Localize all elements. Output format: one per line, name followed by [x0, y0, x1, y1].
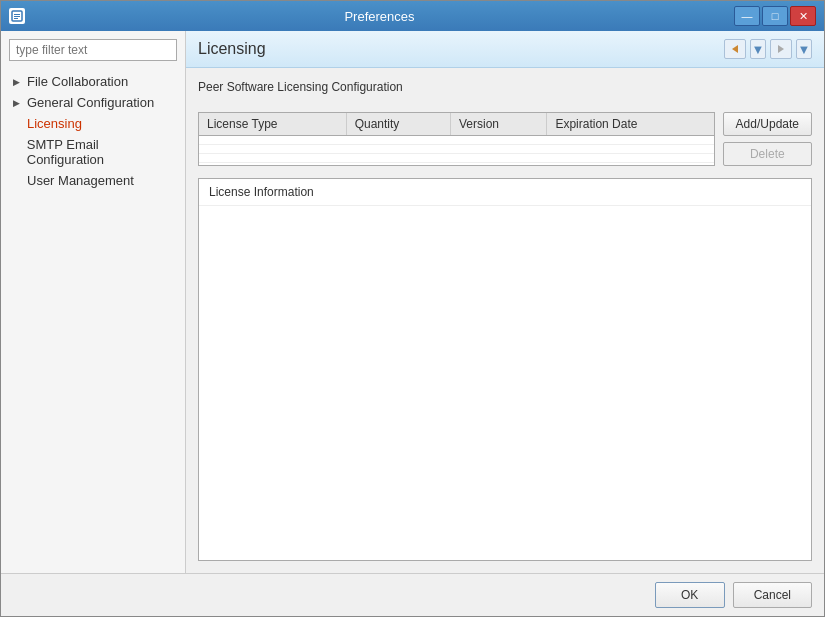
delete-button[interactable]: Delete	[723, 142, 812, 166]
cell-expiration	[547, 136, 714, 145]
bottom-bar: OK Cancel	[1, 573, 824, 616]
cell-version	[450, 136, 546, 145]
title-bar: Preferences — □ ✕	[1, 1, 824, 31]
sidebar-item-general-configuration[interactable]: ▶ General Configuration	[1, 92, 185, 113]
cell-license-type	[199, 154, 346, 163]
table-actions: Add/Update Delete	[723, 112, 812, 166]
license-table: License Type Quantity Version Expiration…	[199, 113, 714, 163]
nav-back-dropdown-button[interactable]: ▼	[750, 39, 766, 59]
svg-rect-2	[14, 16, 20, 17]
sidebar-item-label: SMTP Email Configuration	[27, 137, 177, 167]
col-license-type: License Type	[199, 113, 346, 136]
expand-icon: ▶	[9, 75, 23, 89]
table-row[interactable]	[199, 145, 714, 154]
add-update-button[interactable]: Add/Update	[723, 112, 812, 136]
svg-marker-5	[778, 45, 784, 53]
panel-header: Licensing ▼	[186, 31, 824, 68]
panel-title: Licensing	[198, 40, 266, 58]
nav-back-button[interactable]	[724, 39, 746, 59]
svg-rect-1	[14, 14, 20, 15]
sidebar-item-licensing[interactable]: Licensing	[1, 113, 185, 134]
cell-quantity	[346, 145, 450, 154]
sidebar-item-label: Licensing	[27, 116, 82, 131]
cell-quantity	[346, 154, 450, 163]
expand-icon	[9, 145, 23, 159]
nav-forward-button[interactable]	[770, 39, 792, 59]
cell-quantity	[346, 136, 450, 145]
col-version: Version	[450, 113, 546, 136]
dropdown-arrow-icon: ▼	[752, 42, 765, 57]
col-quantity: Quantity	[346, 113, 450, 136]
cancel-button[interactable]: Cancel	[733, 582, 812, 608]
svg-marker-4	[732, 45, 738, 53]
expand-icon	[9, 174, 23, 188]
sidebar-item-user-management[interactable]: User Management	[1, 170, 185, 191]
table-row[interactable]	[199, 136, 714, 145]
sidebar-item-smtp-email[interactable]: SMTP Email Configuration	[1, 134, 185, 170]
table-section: License Type Quantity Version Expiration…	[198, 112, 812, 166]
main-content: ▶ File Collaboration ▶ General Configura…	[1, 31, 824, 573]
filter-input[interactable]	[9, 39, 177, 61]
panel-body: Peer Software Licensing Configuration Li…	[186, 68, 824, 573]
cell-expiration	[547, 145, 714, 154]
window-icon	[9, 8, 25, 24]
license-info-label: License Information	[199, 179, 811, 206]
license-info-content	[199, 206, 811, 560]
table-row[interactable]	[199, 154, 714, 163]
minimize-button[interactable]: —	[734, 6, 760, 26]
license-table-container: License Type Quantity Version Expiration…	[198, 112, 715, 166]
col-expiration-date: Expiration Date	[547, 113, 714, 136]
right-panel: Licensing ▼	[186, 31, 824, 573]
nav-forward-dropdown-button[interactable]: ▼	[796, 39, 812, 59]
cell-license-type	[199, 145, 346, 154]
dropdown-arrow-icon: ▼	[798, 42, 811, 57]
back-arrow-icon	[730, 44, 740, 54]
svg-rect-3	[14, 18, 18, 19]
section-label: Peer Software Licensing Configuration	[198, 80, 812, 94]
preferences-window: Preferences — □ ✕ ▶ File Collaboration ▶…	[0, 0, 825, 617]
sidebar-tree: ▶ File Collaboration ▶ General Configura…	[1, 69, 185, 573]
expand-icon: ▶	[9, 96, 23, 110]
license-info-section: License Information	[198, 178, 812, 561]
close-button[interactable]: ✕	[790, 6, 816, 26]
cell-version	[450, 145, 546, 154]
ok-button[interactable]: OK	[655, 582, 725, 608]
sidebar: ▶ File Collaboration ▶ General Configura…	[1, 31, 186, 573]
sidebar-item-label: File Collaboration	[27, 74, 128, 89]
window-controls: — □ ✕	[734, 6, 816, 26]
forward-arrow-icon	[776, 44, 786, 54]
panel-nav: ▼ ▼	[724, 39, 812, 59]
window-title: Preferences	[25, 9, 734, 24]
sidebar-item-label: User Management	[27, 173, 134, 188]
maximize-button[interactable]: □	[762, 6, 788, 26]
cell-version	[450, 154, 546, 163]
cell-expiration	[547, 154, 714, 163]
expand-icon	[9, 117, 23, 131]
cell-license-type	[199, 136, 346, 145]
sidebar-item-label: General Configuration	[27, 95, 154, 110]
sidebar-item-file-collaboration[interactable]: ▶ File Collaboration	[1, 71, 185, 92]
